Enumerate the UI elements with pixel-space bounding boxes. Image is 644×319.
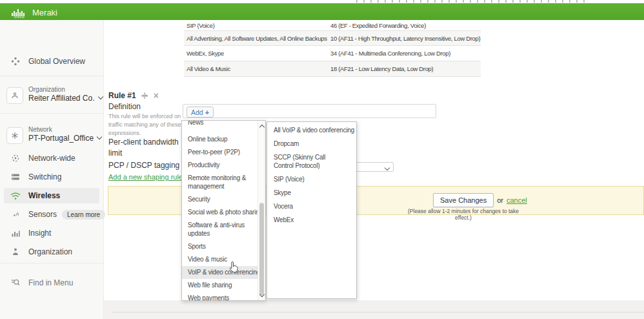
organization-nav-icon [10, 247, 21, 257]
sidebar-item-wireless[interactable]: Wireless [4, 188, 99, 203]
sidebar-item-label: Switching [28, 172, 61, 181]
category-item[interactable]: Software & anti-virus updates [182, 219, 252, 240]
save-changes-button[interactable]: Save Changes [433, 193, 494, 207]
scrollbar-thumb[interactable] [259, 203, 264, 295]
sidebar-item-label: Global Overview [28, 57, 85, 66]
chevron-down-icon [385, 165, 390, 170]
find-in-menu[interactable]: Find in Menu [4, 275, 99, 291]
subcategory-item[interactable]: WebEx [267, 213, 356, 227]
category-item[interactable]: Peer-to-peer (P2P) [182, 146, 258, 159]
subcategory-item[interactable]: Skype [267, 186, 356, 200]
add-expression-button[interactable]: Add + [186, 107, 214, 118]
traffic-cell: SIP (Voice) [184, 22, 330, 29]
sidebar-divider [0, 76, 103, 76]
sidebar-item-label: Sensors [28, 210, 57, 219]
traffic-cell: WebEx, Skype [184, 50, 330, 57]
rule-title-row: Rule #1 × [108, 91, 159, 100]
table-row: All Video & Music 18 (AF21 - Low Latency… [184, 61, 481, 77]
cisco-bars-icon: cisco [12, 8, 27, 17]
dscp-cell: 18 (AF21 - Low Latency Data, Low Drop) [330, 65, 481, 72]
organization-selector[interactable]: Organization Reiter Affiliated Co. [6, 86, 102, 108]
category-item[interactable]: Online backup [182, 133, 258, 146]
find-in-menu-label: Find in Menu [28, 278, 73, 287]
dscp-cell: 10 (AF11 - High Throughput, Latency Inse… [330, 35, 481, 42]
switching-icon [10, 172, 21, 182]
organization-icon [6, 87, 23, 104]
sidebar-item-switching[interactable]: Switching [4, 169, 99, 185]
definition-label: Definition [108, 102, 141, 111]
subcategory-item[interactable]: Dropcam [267, 137, 356, 150]
bar-chart-icon [10, 228, 21, 238]
traffic-cell: All Video & Music [184, 65, 330, 72]
scroll-up-icon[interactable] [258, 122, 265, 130]
or-text: or [497, 196, 503, 204]
category-item[interactable]: Web file sharing [182, 279, 258, 292]
category-item[interactable]: Productivity [182, 159, 258, 172]
subcategory-item[interactable]: All VoIP & video conferencing [267, 123, 356, 137]
category-item[interactable]: Remote monitoring & management [182, 172, 252, 193]
definition-help-text: This rule will be enforced on traffic ma… [108, 112, 185, 138]
sidebar-item-insight[interactable]: Insight [4, 225, 99, 241]
sidebar-item-label: Insight [28, 229, 51, 238]
save-banner-note: (Please allow 1-2 minutes for changes to… [405, 208, 521, 221]
meraki-wordmark: Meraki [32, 8, 57, 17]
sidebar-item-sensors[interactable]: Sensors Learn more [4, 207, 99, 222]
plus-icon: + [205, 108, 209, 116]
category-item[interactable]: Sports [182, 240, 258, 253]
pcp-dscp-row: PCP / DSCP tagging i [108, 161, 190, 170]
app-header: cisco Meraki [0, 3, 644, 20]
sidebar-divider [0, 113, 103, 114]
network-wide-icon [10, 153, 21, 163]
subcategory-item[interactable]: SIP (Voice) [267, 172, 356, 186]
table-row: WebEx, Skype 34 (AF41 - Multimedia Confe… [184, 46, 481, 61]
sidebar-item-organization[interactable]: Organization [4, 244, 99, 260]
cancel-link[interactable]: cancel [507, 196, 527, 204]
category-item[interactable]: Security [182, 193, 258, 206]
clipped-row-remnant [356, 0, 586, 3]
dscp-cell: 46 (EF - Expedited Forwarding, Voice) [330, 22, 481, 29]
dscp-cell: 34 (AF41 - Multimedia Conferencing, Low … [330, 50, 481, 57]
network-selector-value: PT-Portugal_Office [28, 134, 94, 143]
sidebar-item-network-wide[interactable]: Network-wide [4, 150, 99, 166]
sidebar-item-label: Network-wide [28, 154, 75, 163]
scroll-down-icon[interactable] [258, 291, 265, 299]
scrollbar[interactable] [257, 121, 265, 300]
wifi-icon [10, 190, 21, 201]
table-row: SIP (Voice) 46 (EF - Expedited Forwardin… [184, 20, 481, 31]
traffic-cell: All Advertising, All Software Updates, A… [184, 35, 330, 42]
sidebar: Global Overview Organization Reiter Affi… [0, 20, 104, 319]
organization-selector-label: Organization [28, 86, 65, 93]
definition-input[interactable]: Add + [183, 104, 436, 118]
close-icon[interactable]: × [154, 92, 159, 99]
network-icon [6, 127, 23, 144]
rule-title: Rule #1 [108, 91, 136, 100]
network-selector[interactable]: Network PT-Portugal_Office [6, 126, 102, 148]
drag-handle-icon[interactable] [141, 92, 148, 99]
sidebar-item-label: Organization [28, 247, 72, 256]
category-item[interactable]: Social web & photo sharing [182, 206, 258, 219]
learn-more-badge[interactable]: Learn more [62, 210, 105, 220]
sidebar-item-global-overview[interactable]: Global Overview [4, 54, 99, 69]
pcp-dscp-label: PCP / DSCP tagging [108, 161, 179, 170]
per-client-bandwidth-label: Per-client bandwidth limit [108, 137, 186, 159]
cisco-meraki-logo[interactable]: cisco Meraki [12, 7, 57, 17]
category-item[interactable]: News [182, 120, 258, 129]
add-button-label: Add [191, 108, 203, 116]
subcategory-item[interactable]: Vocera [267, 200, 356, 213]
global-overview-icon [10, 56, 21, 67]
category-item-highlighted[interactable]: VoIP & video conferencing [182, 266, 258, 279]
category-item[interactable]: Video & music [182, 253, 258, 266]
category-item[interactable]: Web payments [182, 292, 258, 301]
chevron-down-icon [97, 94, 103, 99]
chevron-down-icon [97, 134, 102, 139]
subcategory-item[interactable]: SCCP (Skinny Call Control Protocol) [267, 150, 347, 172]
organization-selector-value: Reiter Affiliated Co. [28, 94, 95, 103]
dscp-mapping-table: SIP (Voice) 46 (EF - Expedited Forwardin… [184, 20, 481, 77]
page-background-lower [103, 300, 644, 319]
sidebar-item-label: Wireless [28, 191, 60, 200]
network-selector-label: Network [28, 126, 52, 133]
meraki-dashboard-page: cisco Meraki Global Overview Organizatio… [0, 0, 644, 319]
sidebar-divider [0, 263, 103, 263]
add-shaping-rule-link[interactable]: Add a new shaping rule [108, 173, 183, 181]
table-row: All Advertising, All Software Updates, A… [184, 31, 481, 46]
